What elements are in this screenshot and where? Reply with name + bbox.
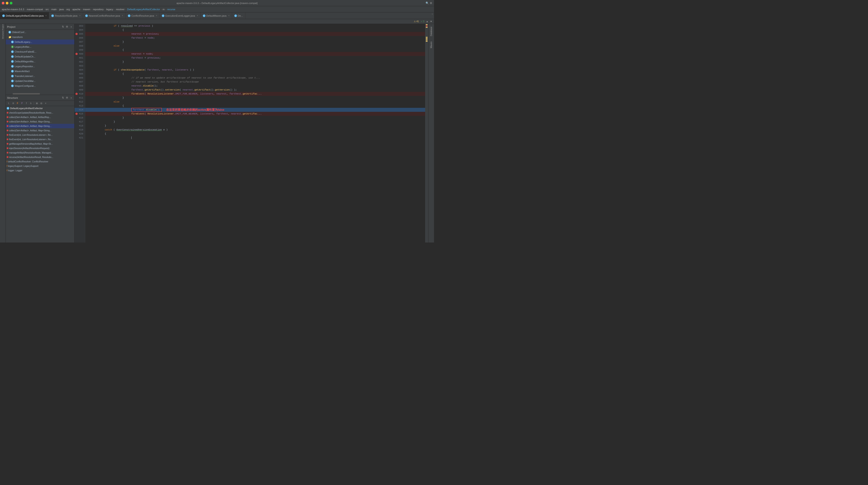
gear-icon[interactable]: ⚙: [65, 96, 69, 100]
tab-execution-event[interactable]: C ExecutionEventLogger.java ×: [159, 12, 200, 19]
tab-close-button[interactable]: ×: [156, 14, 157, 17]
sort-by-visibility-btn[interactable]: ②: [11, 101, 15, 105]
gutter-mark-warning6: [426, 41, 428, 42]
minimize-button[interactable]: [6, 2, 8, 4]
structure-view-button[interactable]: Structure: [0, 33, 5, 37]
line-395[interactable]: 395: [74, 32, 85, 36]
breadcrumb-repository[interactable]: repository: [93, 8, 104, 11]
structure-panel: Structure ⇅ ⚙ × ⒈ ② F P f λ ⊞: [6, 95, 74, 243]
breadcrumb-main[interactable]: main: [51, 8, 57, 11]
breadcrumb-project[interactable]: apache-maven-3.6.3: [2, 8, 24, 11]
sort-icon[interactable]: ⇅: [61, 96, 65, 100]
project-item-mavenartifact[interactable]: C MavenArtifact: [6, 69, 74, 74]
breadcrumb-class[interactable]: DefaultLegacyArtifactCollector: [127, 8, 160, 11]
project-view-button[interactable]: Project: [0, 25, 5, 30]
close-structure-btn[interactable]: ×: [44, 101, 48, 105]
tab-close-button[interactable]: ×: [122, 14, 123, 17]
breadcrumb-org[interactable]: org: [66, 8, 70, 11]
tab-conflict-resolver[interactable]: C ConflictResolver.java ×: [126, 12, 160, 19]
tab-de-ellipsis[interactable]: C De...: [232, 12, 245, 19]
collapse-all-btn[interactable]: ⊟: [39, 101, 43, 105]
project-item-oldestconf[interactable]: C OldestConf...: [6, 30, 74, 35]
breadcrumb-resolver[interactable]: resolver: [116, 8, 124, 11]
struct-collect3[interactable]: collect(Set<Artifact>, Artifact, Map<Str…: [6, 124, 74, 128]
method-icon: [7, 129, 8, 131]
method-icon: [7, 116, 8, 118]
struct-collect1[interactable]: collect(Set<Artifact>, Artifact, Artifac…: [6, 115, 74, 119]
tab-close-button[interactable]: ×: [228, 14, 230, 17]
tab-close-button[interactable]: ×: [79, 14, 81, 17]
toggle-methods-btn[interactable]: f: [24, 101, 28, 105]
close-panel-icon[interactable]: ×: [69, 25, 73, 29]
tab-default-maven[interactable]: C DefaultMaven.java ×: [200, 12, 232, 19]
maven-tab[interactable]: Maven: [429, 39, 433, 51]
breadcrumb-module[interactable]: maven-compat: [27, 8, 43, 11]
breadcrumb-apache[interactable]: apache: [72, 8, 80, 11]
expand-all-btn[interactable]: ⊞: [35, 101, 39, 105]
struct-fire-event1[interactable]: fireEvent(int, List<ResolutionListener>,…: [6, 133, 74, 137]
breadcrumb-legacy[interactable]: legacy: [106, 8, 113, 11]
code-text[interactable]: if ( resolved == previous ) { nearest = …: [85, 24, 425, 243]
line-410[interactable]: 410: [74, 92, 85, 96]
struct-collect4[interactable]: collect(Set<Artifact>, Artifact, Map<Str…: [6, 128, 74, 133]
struct-get-managed[interactable]: getManagedVersionsMap(Artifact, Map<St..…: [6, 142, 74, 146]
line-402: 402: [74, 60, 85, 64]
toggle-props-btn[interactable]: P: [20, 101, 24, 105]
sort-by-name-btn[interactable]: ⒈: [7, 101, 11, 105]
project-panel-actions: ⇅ ⚙ ×: [61, 25, 73, 29]
code-line-410: fireEvent( ResolutionListener.OMIT_FOR_N…: [85, 92, 425, 96]
code-line-405: {: [85, 72, 425, 76]
struct-collect2[interactable]: collect(Set<Artifact>, Artifact, Map<Str…: [6, 119, 74, 124]
sort-icon[interactable]: ⇅: [61, 25, 65, 29]
tab-nearest-conflict[interactable]: C NearestConflictResolver.java ×: [83, 12, 126, 19]
tab-default-legacy[interactable]: C DefaultLegacyArtifactCollector.java ×: [0, 12, 49, 19]
tab-close-button[interactable]: ×: [197, 14, 198, 17]
maximize-button[interactable]: [10, 2, 12, 4]
project-item-updatecheckmar[interactable]: C UpdateCheckMar...: [6, 79, 74, 84]
struct-legacy-support[interactable]: f legacySupport: LegacySupport: [6, 164, 74, 168]
inspection-up[interactable]: ▲: [426, 20, 428, 23]
project-item-transferlistener[interactable]: C TransferListener/...: [6, 74, 74, 79]
project-item-legacyartifac[interactable]: I LegacyArtifac...: [6, 44, 74, 49]
window-controls[interactable]: [2, 2, 12, 4]
code-line-404: if ( checkScopeUpdate( farthest, nearest…: [85, 68, 425, 72]
breadcrumb-maven[interactable]: maven: [83, 8, 90, 11]
line-400[interactable]: 400: [74, 52, 85, 56]
tab-scroll-right[interactable]: ›: [430, 12, 434, 19]
struct-fire-event2[interactable]: fireEvent(int, List<ResolutionListener>,…: [6, 137, 74, 142]
gear-icon[interactable]: ⚙: [65, 25, 69, 29]
toggle-others-btn[interactable]: λ: [29, 101, 33, 105]
tab-resolution-node[interactable]: C ResolutionNode.java ×: [49, 12, 83, 19]
breadcrumb-recurse[interactable]: recurse: [167, 8, 176, 11]
settings-icon[interactable]: ⚙: [430, 2, 432, 5]
project-item-defaultupdatech[interactable]: C DefaultUpdateCh...: [6, 54, 74, 59]
struct-recurse[interactable]: recurse(ArtifactResolutionResult, Resolu…: [6, 155, 74, 159]
struct-default-conflict[interactable]: f defaultConflictResolver: ConflictResol…: [6, 159, 74, 164]
project-item-defaultlegacy[interactable]: C DefaultLegacy...: [6, 39, 74, 44]
struct-logger[interactable]: f logger: Logger: [6, 168, 74, 173]
breadcrumb-method[interactable]: m: [163, 8, 165, 11]
breadcrumb-java[interactable]: java: [59, 8, 64, 11]
search-icon[interactable]: 🔍: [426, 2, 429, 5]
close-panel-icon[interactable]: ×: [69, 96, 73, 100]
project-item-transform[interactable]: 📁 transform: [6, 35, 74, 39]
tab-close-button[interactable]: ×: [45, 14, 47, 17]
project-item-checksumfailed[interactable]: C ChecksumFailedE...: [6, 49, 74, 54]
line-421: 421: [74, 136, 85, 140]
project-item-wagonconfigurat[interactable]: C WagonConfigurat...: [6, 84, 74, 88]
warning-count[interactable]: ⚠ 41: [414, 20, 419, 23]
struct-check-scope[interactable]: checkScopeUpdate(ResolutionNode, Reso...: [6, 111, 74, 115]
close-button[interactable]: [2, 2, 4, 4]
struct-inject-session[interactable]: injectSession(ArtifactResolutionRequest)…: [6, 146, 74, 150]
project-item-legacyrepository[interactable]: C LegacyRepositor...: [6, 64, 74, 69]
line-406: 406: [74, 76, 85, 80]
fix-count[interactable]: ✓ 3: [421, 20, 424, 23]
structure-root[interactable]: C DefaultLegacyArtifactCollector: [6, 106, 74, 111]
struct-manage-artifact[interactable]: manageArtifact(ResolutionNode, Managed..…: [6, 150, 74, 155]
project-item-defaultwagonma[interactable]: C DefaultWagonMa...: [6, 59, 74, 64]
toggle-fields-btn[interactable]: F: [16, 101, 20, 105]
inspection-down[interactable]: ▼: [430, 20, 432, 23]
breadcrumb-src[interactable]: src: [45, 8, 49, 11]
line-415[interactable]: 415: [74, 112, 85, 116]
database-tab[interactable]: Database: [429, 24, 433, 39]
